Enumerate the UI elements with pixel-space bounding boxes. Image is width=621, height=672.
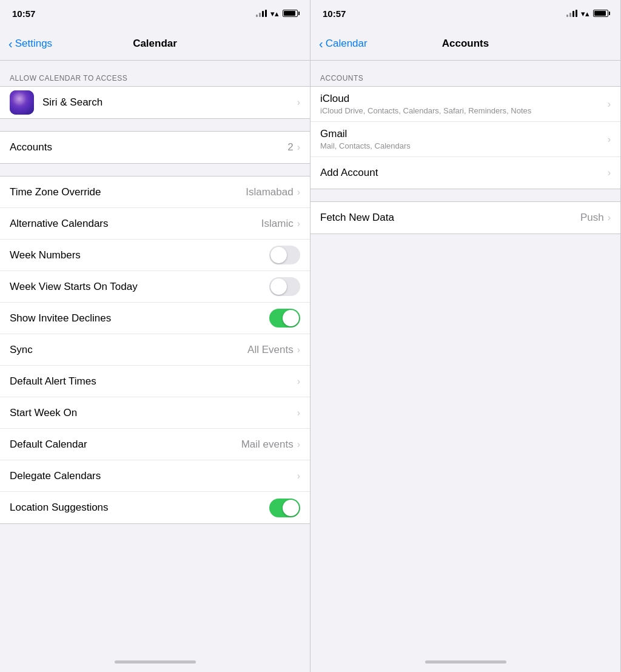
- calendar-settings-panel: 10:57 ▾▴ ‹ Settings Calendar ALLOW CALEN…: [0, 0, 310, 672]
- alt-calendars-row[interactable]: Alternative Calendars Islamic ›: [0, 208, 310, 240]
- gmail-account-row[interactable]: Gmail Mail, Contacts, Calendars ›: [310, 122, 620, 157]
- status-bar-right: 10:57 ▾▴: [310, 0, 620, 27]
- week-view-content: Week View Starts On Today: [10, 276, 269, 298]
- fetch-new-data-value: Push: [580, 212, 604, 224]
- add-account-chevron-icon: ›: [608, 167, 611, 178]
- invitee-declines-toggle[interactable]: [269, 309, 300, 328]
- sync-content: Sync: [10, 339, 247, 361]
- status-bar-left: 10:57 ▾▴: [0, 0, 310, 27]
- battery-icon-right: [593, 10, 608, 17]
- icloud-sublabel: iCloud Drive, Contacts, Calendars, Safar…: [320, 106, 608, 115]
- icloud-content: iCloud iCloud Drive, Contacts, Calendars…: [320, 88, 608, 120]
- section-header-accounts: ACCOUNTS: [310, 61, 620, 86]
- gmail-chevron-icon: ›: [608, 134, 611, 145]
- status-icons-left: ▾▴: [256, 9, 298, 18]
- home-indicator-right: [310, 651, 620, 672]
- wifi-icon: ▾▴: [270, 9, 279, 18]
- chevron-left-icon: ‹: [8, 38, 13, 50]
- fetch-new-data-chevron-icon: ›: [608, 212, 611, 223]
- accounts-row[interactable]: Accounts 2 ›: [0, 132, 310, 163]
- toggle-knob: [270, 247, 287, 263]
- invitee-declines-row[interactable]: Show Invitee Declines: [0, 303, 310, 334]
- toggle-knob: [283, 500, 299, 516]
- location-suggestions-content: Location Suggestions: [10, 497, 269, 519]
- signal-icon-right: [566, 10, 577, 17]
- start-week-content: Start Week On: [10, 402, 297, 424]
- accounts-value: 2: [287, 141, 293, 153]
- siri-search-label: Siri & Search: [42, 96, 297, 109]
- page-title-left: Calendar: [133, 38, 177, 50]
- week-view-toggle[interactable]: [269, 277, 300, 296]
- fetch-new-data-row[interactable]: Fetch New Data Push ›: [310, 202, 620, 234]
- default-calendar-content: Default Calendar: [10, 434, 241, 455]
- location-suggestions-row[interactable]: Location Suggestions: [0, 492, 310, 523]
- delegate-calendars-label: Delegate Calendars: [10, 470, 297, 482]
- signal-icon: [256, 10, 267, 17]
- add-account-row[interactable]: Add Account ›: [310, 157, 620, 189]
- time-left: 10:57: [12, 8, 35, 19]
- add-account-label: Add Account: [320, 167, 608, 179]
- accounts-group: Accounts 2 ›: [0, 131, 310, 164]
- gmail-content: Gmail Mail, Contacts, Calendars: [320, 123, 608, 155]
- alt-calendars-chevron-icon: ›: [297, 218, 300, 229]
- status-icons-right: ▾▴: [566, 9, 608, 18]
- back-label-right: Calendar: [326, 38, 368, 50]
- delegate-calendars-chevron-icon: ›: [297, 471, 300, 482]
- spacer-1: [0, 119, 310, 131]
- toggle-knob: [270, 278, 287, 295]
- start-week-row[interactable]: Start Week On ›: [0, 397, 310, 429]
- delegate-calendars-row[interactable]: Delegate Calendars ›: [0, 460, 310, 492]
- siri-search-chevron-icon: ›: [297, 97, 300, 108]
- siri-search-row[interactable]: Siri & Search ›: [0, 87, 310, 118]
- back-label-left: Settings: [15, 38, 52, 50]
- sync-label: Sync: [10, 344, 247, 356]
- default-alert-label: Default Alert Times: [10, 375, 297, 388]
- default-calendar-row[interactable]: Default Calendar Mail events ›: [0, 429, 310, 460]
- time-zone-value: Islamabad: [246, 186, 293, 198]
- nav-bar-left: ‹ Settings Calendar: [0, 27, 310, 61]
- default-alert-chevron-icon: ›: [297, 376, 300, 387]
- week-view-label: Week View Starts On Today: [10, 281, 269, 293]
- icloud-chevron-icon: ›: [608, 99, 611, 110]
- icloud-label: iCloud: [320, 93, 608, 105]
- settings-group: Time Zone Override Islamabad › Alternati…: [0, 176, 310, 524]
- accounts-panel: 10:57 ▾▴ ‹ Calendar Accounts ACCOUNTS iC…: [310, 0, 621, 672]
- sync-row[interactable]: Sync All Events ›: [0, 334, 310, 366]
- wifi-icon-right: ▾▴: [581, 9, 589, 18]
- default-alert-row[interactable]: Default Alert Times ›: [0, 366, 310, 397]
- gmail-label: Gmail: [320, 128, 608, 140]
- home-indicator-left: [0, 651, 310, 672]
- gmail-sublabel: Mail, Contacts, Calendars: [320, 141, 608, 150]
- back-button-left[interactable]: ‹ Settings: [8, 38, 52, 50]
- start-week-label: Start Week On: [10, 407, 297, 419]
- sync-chevron-icon: ›: [297, 344, 300, 355]
- week-view-row[interactable]: Week View Starts On Today: [0, 271, 310, 303]
- week-numbers-toggle[interactable]: [269, 246, 300, 264]
- icloud-account-row[interactable]: iCloud iCloud Drive, Contacts, Calendars…: [310, 87, 620, 122]
- sync-value: All Events: [247, 344, 294, 356]
- fetch-new-data-group: Fetch New Data Push ›: [310, 201, 620, 234]
- home-bar-right: [425, 660, 506, 664]
- home-bar-left: [115, 660, 196, 664]
- siri-icon: [10, 90, 34, 115]
- delegate-calendars-content: Delegate Calendars: [10, 465, 297, 487]
- start-week-chevron-icon: ›: [297, 408, 300, 418]
- alt-calendars-content: Alternative Calendars: [10, 213, 261, 235]
- battery-icon: [283, 10, 298, 17]
- fetch-new-data-label: Fetch New Data: [320, 212, 580, 224]
- week-numbers-row[interactable]: Week Numbers: [0, 240, 310, 271]
- invitee-declines-content: Show Invitee Declines: [10, 307, 269, 329]
- back-button-right[interactable]: ‹ Calendar: [319, 38, 368, 50]
- accounts-label: Accounts: [10, 141, 287, 153]
- location-suggestions-toggle[interactable]: [269, 499, 300, 517]
- invitee-declines-label: Show Invitee Declines: [10, 312, 269, 324]
- time-zone-label: Time Zone Override: [10, 186, 246, 198]
- default-calendar-chevron-icon: ›: [297, 439, 300, 450]
- time-zone-content: Time Zone Override: [10, 181, 246, 203]
- siri-search-content: Siri & Search: [42, 92, 297, 113]
- default-calendar-value: Mail events: [241, 438, 294, 451]
- time-zone-row[interactable]: Time Zone Override Islamabad ›: [0, 176, 310, 208]
- accounts-chevron-icon: ›: [297, 142, 300, 153]
- alt-calendars-value: Islamic: [261, 218, 294, 230]
- alt-calendars-label: Alternative Calendars: [10, 218, 261, 230]
